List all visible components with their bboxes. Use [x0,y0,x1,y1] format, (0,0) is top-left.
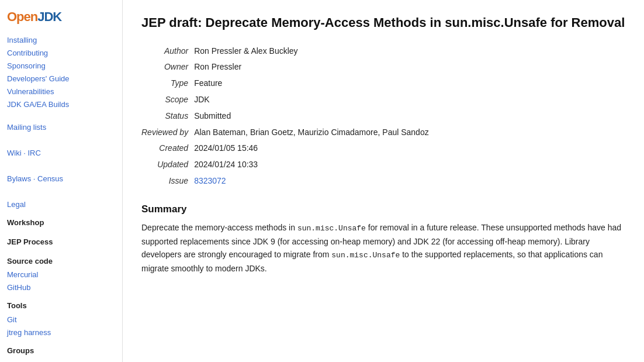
owner-label: Owner [141,59,194,75]
sidebar-item-legal[interactable]: Legal [7,198,115,211]
sidebar-item-wiki-irc[interactable]: Wiki · IRC [7,147,115,160]
status-value: Submitted [194,108,434,125]
summary-code-2: sun.misc.Unsafe [331,251,400,260]
sidebar-section-jep-process[interactable]: JEP Process [7,235,115,250]
issue-label: Issue [141,173,194,189]
scope-label: Scope [141,92,194,108]
type-value: Feature [194,75,434,92]
sidebar-section-tools: Tools [7,299,115,313]
meta-row-issue: Issue 8323072 [141,173,434,189]
sidebar-item-mailing-lists[interactable]: Mailing lists [7,121,115,134]
type-label: Type [141,75,194,92]
created-value: 2024/01/05 15:46 [194,140,434,157]
sidebar-item-sponsoring[interactable]: Sponsoring [7,60,115,73]
sidebar-item-mercurial[interactable]: Mercurial [7,268,115,281]
issue-value: 8323072 [194,173,434,189]
sidebar-bylaws-legal: Bylaws · Census Legal [7,173,115,211]
created-label: Created [141,140,194,157]
summary-heading: Summary [141,204,625,215]
sidebar: OpenJDK Installing Contributing Sponsori… [0,0,123,362]
meta-row-status: Status Submitted [141,108,434,125]
logo: OpenJDK [7,9,115,25]
reviewed-value: Alan Bateman, Brian Goetz, Maurizio Cima… [194,125,434,141]
sidebar-mailing-wiki: Mailing lists Wiki · IRC [7,121,115,160]
sidebar-section-source-code: Source code [7,254,115,269]
meta-row-updated: Updated 2024/01/24 10:33 [141,157,434,173]
main-content: JEP draft: Deprecate Memory-Access Metho… [123,0,644,362]
meta-row-owner: Owner Ron Pressler [141,59,434,75]
sidebar-item-installing[interactable]: Installing [7,34,115,47]
owner-value: Ron Pressler [194,59,434,75]
sidebar-item-contributing[interactable]: Contributing [7,47,115,60]
reviewed-label: Reviewed by [141,125,194,141]
sidebar-item-jdk-builds[interactable]: JDK GA/EA Builds [7,98,115,111]
status-label: Status [141,108,194,125]
sidebar-item-bylaws-census[interactable]: Bylaws · Census [7,173,115,185]
summary-paragraph: Deprecate the memory-access methods in s… [141,221,625,275]
sidebar-item-jtreg[interactable]: jtreg harness [7,326,115,339]
meta-row-reviewed: Reviewed by Alan Bateman, Brian Goetz, M… [141,125,434,141]
issue-link[interactable]: 8323072 [194,176,226,185]
updated-label: Updated [141,157,194,173]
logo-jdk: JDK [37,9,61,24]
meta-table: Author Ron Pressler & Alex Buckley Owner… [141,43,434,189]
sidebar-item-git[interactable]: Git [7,313,115,326]
author-label: Author [141,43,194,60]
sidebar-item-vulnerabilities[interactable]: Vulnerabilities [7,85,115,98]
meta-row-created: Created 2024/01/05 15:46 [141,140,434,157]
author-value: Ron Pressler & Alex Buckley [194,43,434,60]
sidebar-item-developers-guide[interactable]: Developers' Guide [7,73,115,85]
meta-row-scope: Scope JDK [141,92,434,108]
summary-text-1: Deprecate the memory-access methods in [141,223,297,232]
logo-open: Open [7,9,37,24]
page-title: JEP draft: Deprecate Memory-Access Metho… [141,14,625,32]
sidebar-item-github[interactable]: GitHub [7,281,115,294]
meta-row-type: Type Feature [141,75,434,92]
meta-row-author: Author Ron Pressler & Alex Buckley [141,43,434,60]
sidebar-section-groups: Groups [7,344,115,358]
scope-value: JDK [194,92,434,108]
updated-value: 2024/01/24 10:33 [194,157,434,173]
summary-code-1: sun.misc.Unsafe [297,224,366,233]
sidebar-item-groups-overview[interactable]: (overview) [7,358,115,362]
sidebar-section-workshop[interactable]: Workshop [7,216,115,230]
